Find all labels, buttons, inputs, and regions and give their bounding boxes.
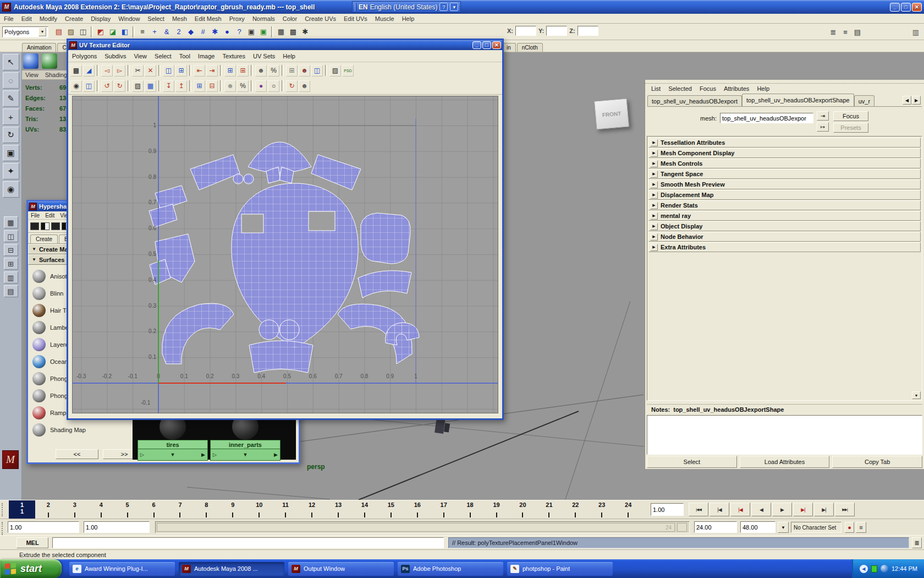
expand-arrow-icon[interactable]: ▶ bbox=[650, 233, 658, 241]
minimize-button[interactable]: _ bbox=[890, 3, 900, 12]
uv-texture-editor-window[interactable]: M UV Texture Editor _□✕ PolygonsSubdivsV… bbox=[67, 39, 504, 420]
uv-canvas[interactable]: -0.3-0.2-0.100.10.20.30.40.50.60.70.80.9… bbox=[72, 96, 498, 413]
quick-help-icon[interactable]: ? bbox=[233, 26, 245, 38]
frame-tick[interactable]: 6 bbox=[141, 500, 167, 519]
lasso-tool-icon[interactable]: ◌ bbox=[3, 72, 19, 89]
frame-tick[interactable]: 18 bbox=[457, 500, 483, 519]
shader-tile[interactable]: inner_parts ▷▼▶ bbox=[210, 413, 280, 461]
menu-item[interactable]: Help bbox=[753, 85, 773, 92]
attribute-section[interactable]: ▶Extra Attributes bbox=[648, 242, 921, 252]
attribute-section[interactable]: ▶mental ray bbox=[648, 211, 921, 221]
attribute-section[interactable]: ▶Smooth Mesh Preview bbox=[648, 179, 921, 189]
playback-start-field[interactable] bbox=[84, 521, 150, 533]
frame-numbers[interactable]: 1123456789101112131415161718192021222324 bbox=[9, 500, 641, 519]
align-max-v-icon[interactable]: ↥ bbox=[175, 80, 187, 92]
cut-uv-edges-icon[interactable]: ✂ bbox=[132, 65, 144, 77]
expand-arrow-icon[interactable]: ▶ bbox=[650, 202, 658, 209]
time-slider[interactable]: 1123456789101112131415161718192021222324… bbox=[0, 500, 924, 519]
relayout-uv-icon[interactable]: ▦ bbox=[145, 80, 156, 92]
grid-toggle-icon[interactable]: ⊞ bbox=[286, 65, 298, 77]
frame-tick[interactable]: 10 bbox=[246, 500, 272, 519]
frame-tick[interactable]: 9 bbox=[219, 500, 246, 519]
uv-lattice-tool-icon[interactable]: ◫ bbox=[83, 80, 95, 92]
select-component-icon[interactable]: ◧ bbox=[119, 26, 131, 38]
list-input-icon[interactable]: ≡ bbox=[839, 26, 851, 38]
sew-uv-edges-icon[interactable]: ✕ bbox=[145, 65, 156, 77]
shelf-tab[interactable]: nCloth bbox=[517, 43, 543, 52]
shelf-tab[interactable]: Animation bbox=[22, 43, 56, 52]
tray-status-icon[interactable] bbox=[871, 565, 877, 572]
tile-control-icon[interactable]: ▶ bbox=[201, 452, 205, 457]
ipr-render-icon[interactable]: ▩ bbox=[287, 26, 299, 38]
panel-button[interactable]: Copy Tab bbox=[832, 456, 922, 468]
frame-tick[interactable]: 11 bbox=[272, 500, 299, 519]
tile-control-icon[interactable]: ▼ bbox=[170, 452, 175, 457]
menu-item[interactable]: Modify bbox=[36, 15, 61, 22]
tile-control-icon[interactable]: ▼ bbox=[243, 452, 248, 457]
menu-item[interactable]: Select bbox=[144, 15, 168, 22]
taskbar-task[interactable]: MAutodesk Maya 2008 ... bbox=[179, 562, 284, 576]
page-previous-button[interactable]: << bbox=[56, 449, 98, 459]
rotate-tool-icon[interactable]: ↻ bbox=[3, 127, 19, 143]
shelf-polyplane-icon[interactable] bbox=[42, 53, 57, 69]
node-tab[interactable]: top_shell_uv_headusOBJexportShape bbox=[742, 94, 854, 106]
presets-button[interactable]: Presets bbox=[833, 123, 868, 133]
menu-item[interactable]: Polygons bbox=[68, 53, 101, 59]
trash-icon[interactable]: ▥ bbox=[910, 26, 922, 38]
menu-item[interactable]: Proxy bbox=[226, 15, 249, 22]
node-tab[interactable]: uv_r bbox=[854, 95, 875, 106]
rotate-ccw-icon[interactable]: ↺ bbox=[101, 80, 113, 92]
menu-item[interactable]: Selected bbox=[664, 85, 696, 92]
maximize-button[interactable]: □ bbox=[901, 3, 911, 12]
close-button[interactable]: ✕ bbox=[912, 3, 922, 12]
range-slider-cap[interactable] bbox=[677, 523, 687, 532]
layout-single-icon[interactable]: ▦ bbox=[4, 216, 18, 228]
snap-2d-icon[interactable]: 2 bbox=[173, 26, 185, 38]
menu-item[interactable]: File bbox=[0, 15, 18, 22]
refresh-image-icon[interactable]: ↻ bbox=[286, 80, 298, 92]
uv-editor-titlebar[interactable]: M UV Texture Editor _□✕ bbox=[68, 40, 502, 50]
combo-arrow-icon[interactable]: ▼ bbox=[32, 257, 36, 262]
menu-item[interactable]: Mesh bbox=[168, 15, 191, 22]
channel-box-icon[interactable]: ▤ bbox=[851, 26, 864, 38]
menu-item[interactable]: Edit bbox=[42, 212, 57, 219]
taskbar-task[interactable]: MOutput Window bbox=[288, 562, 394, 576]
snap-view-icon[interactable]: ✱ bbox=[209, 26, 221, 38]
uv-smudge-tool-icon[interactable]: ◉ bbox=[70, 80, 82, 92]
panel-drag-handle[interactable] bbox=[645, 80, 924, 84]
menu-item[interactable]: Select bbox=[151, 53, 175, 59]
mesh-name-field[interactable] bbox=[720, 113, 813, 123]
go-to-start-button[interactable]: |◀◀ bbox=[689, 503, 708, 516]
frame-tick[interactable]: 3 bbox=[62, 500, 88, 519]
menu-item[interactable]: Edit bbox=[18, 15, 36, 22]
expand-arrow-icon[interactable]: ▶ bbox=[650, 171, 658, 178]
split-pane-icon[interactable]: ⊞ bbox=[224, 65, 236, 77]
tile-u-icon[interactable]: ⊞ bbox=[194, 80, 205, 92]
frame-tick[interactable]: 8 bbox=[193, 500, 219, 519]
time-slider-grip-icon[interactable] bbox=[2, 503, 6, 516]
animation-end-field[interactable] bbox=[740, 521, 776, 533]
soft-mod-icon[interactable]: ◉ bbox=[3, 181, 19, 198]
range-slider-grip-icon[interactable] bbox=[2, 522, 6, 535]
shader-item[interactable]: Shading Map bbox=[30, 421, 143, 438]
align-min-u-icon[interactable]: ⇤ bbox=[194, 65, 205, 77]
play-backwards-button[interactable]: ◀ bbox=[751, 503, 771, 516]
checker-swatch-icon[interactable] bbox=[30, 222, 39, 230]
universal-manip-icon[interactable]: ✦ bbox=[3, 163, 19, 179]
frame-tick[interactable]: 15 bbox=[378, 500, 404, 519]
dim-image-icon[interactable]: % bbox=[237, 80, 249, 92]
view-sphere-icon[interactable]: ● bbox=[255, 80, 267, 92]
lock-selection-icon[interactable]: ▣ bbox=[245, 26, 257, 38]
frame-tick[interactable]: 17 bbox=[431, 500, 457, 519]
window-titlebar[interactable]: M Autodesk Maya 2008 Extension 2: E:\may… bbox=[0, 0, 924, 14]
attribute-section[interactable]: ▶Node Behavior bbox=[648, 232, 921, 242]
z-coordinate-field[interactable] bbox=[578, 26, 598, 36]
menu-item[interactable]: Color bbox=[279, 15, 301, 22]
mel-command-input[interactable] bbox=[52, 537, 444, 548]
display-image-icon[interactable]: ☻ bbox=[255, 65, 267, 77]
menu-item[interactable]: Help bbox=[279, 53, 299, 59]
character-set-indicator[interactable]: No Character Set bbox=[791, 522, 842, 533]
language-minimize-icon[interactable]: ▾ bbox=[450, 3, 458, 11]
expand-arrow-icon[interactable]: ▶ bbox=[650, 192, 658, 199]
highlight-selection-icon[interactable]: ▣ bbox=[257, 26, 270, 38]
